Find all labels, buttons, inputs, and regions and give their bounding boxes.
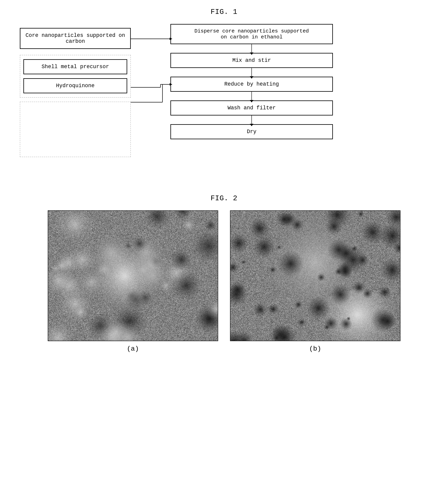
canvas-a [48,211,218,341]
image-b-label: (b) [309,345,321,352]
arrow4 [252,115,252,124]
fig1-title: FIG. 1 [12,8,436,16]
fig2-section: FIG. 2 (a) (b) [12,194,436,352]
disperse-box: Disperse core nanoparticles supported on… [170,24,333,44]
shell-metal-box: Shell metal precursor [23,59,127,74]
image-a-container: (a) [48,210,218,352]
right-column: Disperse core nanoparticles supported on… [170,24,333,139]
left-dashed-group: Shell metal precursor Hydroquinone [20,55,131,98]
hydroquinone-box: Hydroquinone [23,78,127,93]
arrow1 [252,44,252,53]
fig1-wrapper: Core nanoparticles supported on carbon S… [12,24,436,175]
image-a-label: (a) [127,345,139,352]
mix-stir-box: Mix and stir [170,53,333,68]
bottom-dashed-box [20,102,131,157]
left-column: Core nanoparticles supported on carbon S… [20,28,131,157]
fig2-images-container: (a) (b) [12,210,436,352]
wash-filter-box: Wash and filter [170,101,333,115]
dry-box: Dry [170,124,333,139]
canvas-b [230,211,400,341]
fig1-section: FIG. 1 Core nanoparticles supported on c… [12,8,436,175]
microscope-image-b [230,210,400,341]
arrow2 [252,68,252,77]
arrow3 [252,92,252,101]
reduce-heating-box: Reduce by heating [170,77,333,92]
fig2-title: FIG. 2 [12,194,436,202]
core-nanoparticles-box: Core nanoparticles supported on carbon [20,28,131,49]
image-b-container: (b) [230,210,400,352]
microscope-image-a [48,210,218,341]
